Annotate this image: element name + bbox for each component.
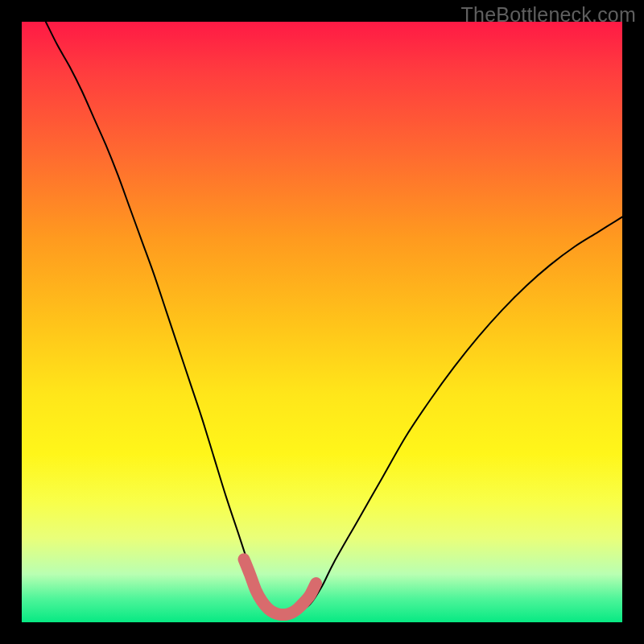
optimal-zone-line bbox=[244, 559, 316, 615]
watermark-text: TheBottleneck.com bbox=[461, 3, 636, 27]
bottleneck-curve-line bbox=[46, 22, 622, 615]
bottleneck-chart bbox=[22, 22, 622, 622]
